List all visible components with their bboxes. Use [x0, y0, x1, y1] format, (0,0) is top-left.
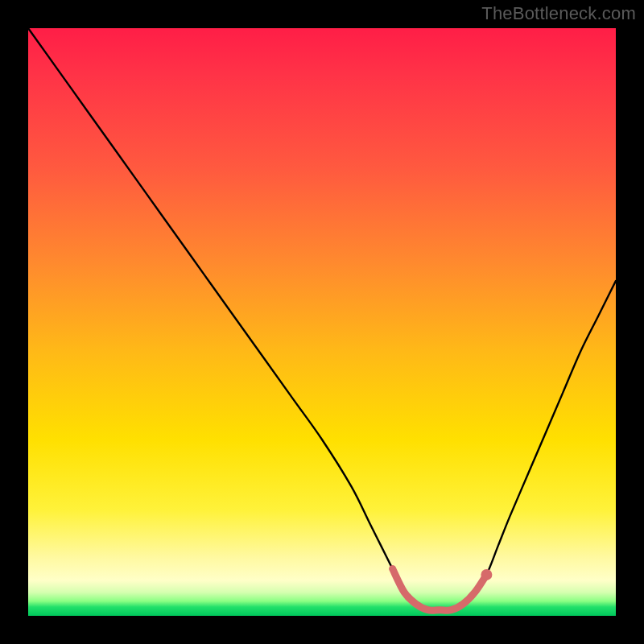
optimal-range-marker [393, 569, 487, 611]
bottleneck-curve [28, 28, 616, 610]
watermark-text: TheBottleneck.com [481, 3, 636, 24]
curve-layer [28, 28, 616, 616]
optimal-endpoint-dot [481, 569, 492, 580]
plot-area [28, 28, 616, 616]
chart-frame: TheBottleneck.com [0, 0, 644, 644]
